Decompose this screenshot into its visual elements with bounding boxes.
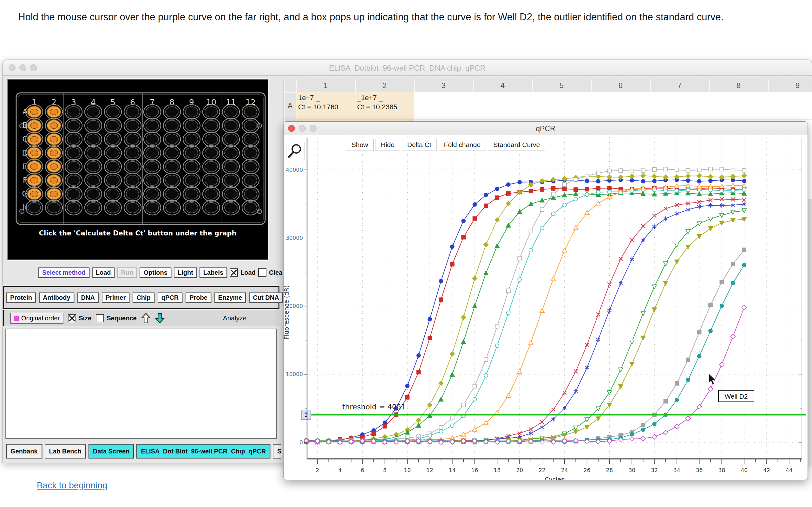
sheet-col-header-4[interactable]: 4 <box>473 79 532 92</box>
sequence-checkbox-label: Sequence <box>107 315 136 322</box>
96-well-plate-panel[interactable]: 123456789101112ABCDEFGHClick the 'Calcul… <box>7 79 268 260</box>
tab-data-screen[interactable]: Data Screen <box>89 444 134 458</box>
svg-text:42: 42 <box>763 467 770 473</box>
sheet-cell-a7[interactable] <box>650 92 709 119</box>
sheet-col-header-3[interactable]: 3 <box>414 79 473 92</box>
qpcr-button-delta-ct[interactable]: Delta Ct <box>402 139 437 151</box>
order-bar: Original order Size Sequence Analyze <box>3 310 280 326</box>
tab-sequenc[interactable]: Sequenc <box>273 444 281 458</box>
svg-text:6: 6 <box>130 98 135 107</box>
sequence-checkbox[interactable] <box>96 314 104 322</box>
svg-text:3: 3 <box>71 98 76 107</box>
magnifier-tool[interactable] <box>286 142 305 160</box>
svg-text:8: 8 <box>383 467 387 473</box>
qpcr-button-show[interactable]: Show <box>346 139 374 151</box>
svg-text:↕: ↕ <box>303 411 309 419</box>
sheet-corner-cell <box>284 79 296 92</box>
mouse-cursor <box>709 373 716 384</box>
sheet-row-header-a[interactable]: A <box>284 92 296 119</box>
load-checkbox-label: Load <box>241 269 256 276</box>
sheet-col-header-5[interactable]: 5 <box>532 79 591 92</box>
reagent-button-antibody[interactable]: Antibody <box>39 292 74 303</box>
reagent-button-primer[interactable]: Primer <box>102 292 130 303</box>
options-button[interactable]: Options <box>140 268 171 278</box>
instruction-text: Hold the mouse cursor over the purple cu… <box>18 9 798 25</box>
sheet-col-header-9[interactable]: 9 <box>768 79 812 92</box>
tab-genbank[interactable]: Genbank <box>6 444 42 458</box>
sheet-cell-a9[interactable] <box>768 92 812 119</box>
sheet-cell-a5[interactable] <box>532 92 591 119</box>
svg-text:4: 4 <box>91 98 96 107</box>
svg-text:24: 24 <box>561 467 568 473</box>
size-checkbox[interactable] <box>68 314 76 322</box>
back-to-beginning-link[interactable]: Back to beginning <box>37 481 107 491</box>
reagent-button-dna[interactable]: DNA <box>78 292 99 303</box>
original-order-swatch <box>14 316 19 321</box>
svg-text:10000: 10000 <box>286 371 303 377</box>
svg-text:44: 44 <box>786 467 793 473</box>
sheet-cell-a6[interactable] <box>591 92 650 119</box>
original-order-label: Original order <box>21 315 60 322</box>
reagent-button-qpcr[interactable]: qPCR <box>158 292 183 303</box>
svg-text:28: 28 <box>606 467 613 473</box>
tab-elisa-dot-blot-96-well-pcr-chip-qpcr[interactable]: ELISA Dot Blot 96-well PCR Chip qPCR <box>136 444 270 458</box>
sheet-col-header-2[interactable]: 2 <box>355 79 414 92</box>
qpcr-button-standard-curve[interactable]: Standard Curve <box>488 139 545 151</box>
svg-text:8: 8 <box>169 98 174 107</box>
sort-down-arrow-icon[interactable] <box>155 313 165 323</box>
sheet-col-header-6[interactable]: 6 <box>591 79 650 92</box>
curve-C1[interactable] <box>305 167 746 444</box>
sheet-cell-a2[interactable]: _1e+7 _Ct = 10.2385 <box>355 92 414 119</box>
reagent-button-protein[interactable]: Protein <box>6 292 36 303</box>
svg-text:5: 5 <box>110 98 115 107</box>
reagent-button-chip[interactable]: Chip <box>133 292 154 303</box>
size-checkbox-label: Size <box>79 315 91 322</box>
original-order-button[interactable]: Original order <box>10 313 63 324</box>
reagent-button-cut-dna[interactable]: Cut DNA <box>249 292 283 303</box>
reagent-button-probe[interactable]: Probe <box>186 292 211 303</box>
sample-list-area[interactable] <box>5 329 277 439</box>
load-button[interactable]: Load <box>92 268 115 278</box>
svg-text:12: 12 <box>426 467 433 473</box>
svg-text:2: 2 <box>51 98 56 107</box>
qpcr-button-hide[interactable]: Hide <box>375 139 400 151</box>
load-checkbox[interactable] <box>230 268 238 277</box>
svg-text:40000: 40000 <box>286 167 303 173</box>
curve-D2[interactable] <box>304 305 747 445</box>
reagent-button-bar: ProteinAntibodyDNAPrimerChipqPCRProbeEnz… <box>3 286 280 309</box>
reagent-button-enzyme[interactable]: Enzyme <box>214 292 246 303</box>
sheet-col-header-7[interactable]: 7 <box>650 79 709 92</box>
labels-button[interactable]: Labels <box>200 268 227 278</box>
svg-text:16: 16 <box>471 467 478 473</box>
96-well-plate[interactable]: 123456789101112ABCDEFGHClick the 'Calcul… <box>8 79 268 260</box>
tab-lab-bench[interactable]: Lab Bench <box>45 444 86 458</box>
run-button[interactable]: Run <box>117 268 137 278</box>
analyze-label[interactable]: Analyze <box>223 314 247 322</box>
bottom-tab-bar: GenbankLab BenchData ScreenELISA Dot Blo… <box>6 444 281 458</box>
select-method-button[interactable]: Select method <box>38 268 90 278</box>
svg-text:4: 4 <box>338 467 342 473</box>
main-window-title: ELISA Dotblot 96-well PCR DNA chip qPCR <box>3 64 812 72</box>
svg-text:26: 26 <box>583 467 591 473</box>
sheet-cell-a1[interactable]: 1e+7 _Ct = 10.1760 <box>296 92 355 119</box>
plate-toolbar: Select method Load Run Options Light Lab… <box>3 264 284 281</box>
curve-G2[interactable] <box>305 263 746 444</box>
sheet-cell-a4[interactable] <box>473 92 532 119</box>
main-window-titlebar[interactable]: ELISA Dotblot 96-well PCR DNA chip qPCR <box>3 60 812 76</box>
qpcr-titlebar[interactable]: qPCR <box>284 122 808 135</box>
qpcr-button-bar: ShowHideDelta CtFold changeStandard Curv… <box>346 139 545 151</box>
qpcr-button-fold-change[interactable]: Fold change <box>439 139 486 151</box>
sheet-col-header-1[interactable]: 1 <box>296 79 355 92</box>
sort-up-arrow-icon[interactable] <box>141 313 151 323</box>
svg-text:30: 30 <box>628 467 635 473</box>
light-button[interactable]: Light <box>174 268 197 278</box>
svg-text:34: 34 <box>673 467 680 473</box>
svg-text:22: 22 <box>539 467 546 473</box>
svg-text:14: 14 <box>449 467 456 473</box>
clear-checkbox[interactable] <box>258 268 266 277</box>
y-axis-label: Fluorescence (dR) <box>284 285 290 339</box>
sheet-col-header-8[interactable]: 8 <box>709 79 768 92</box>
sheet-cell-a8[interactable] <box>709 92 768 119</box>
svg-text:40: 40 <box>741 467 748 473</box>
sheet-cell-a3[interactable] <box>414 92 473 119</box>
